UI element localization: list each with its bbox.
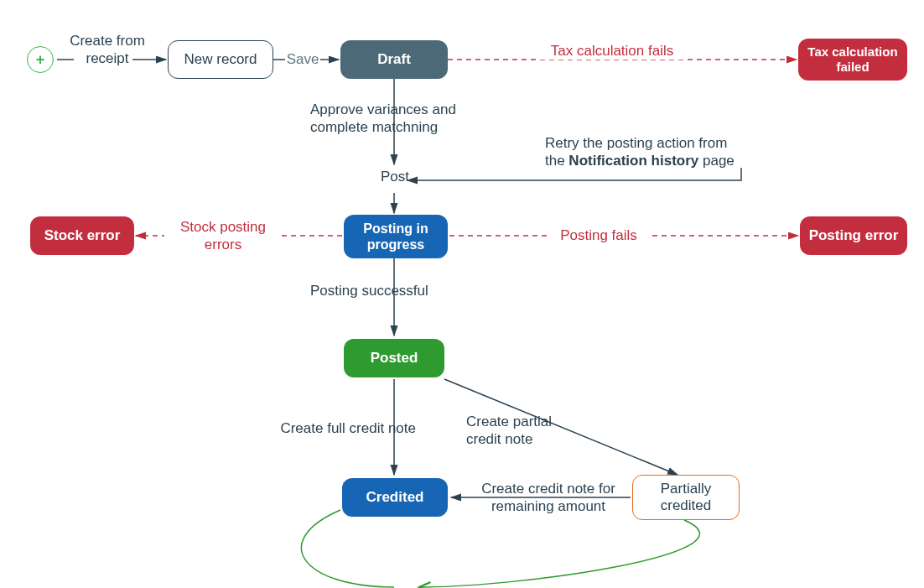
edge-green-right: [419, 520, 699, 587]
label-retry-line2-pre: the: [545, 153, 568, 169]
label-posting-successful: Posting successful: [310, 282, 478, 299]
node-posting-error: Posting error: [800, 216, 907, 255]
label-create-full-credit: Create full credit note: [248, 419, 416, 437]
label-retry: Retry the posting action from the Notifi…: [545, 134, 763, 170]
label-retry-line2-bold: Notification history: [568, 153, 698, 169]
node-draft: Draft: [340, 40, 448, 79]
create-icon: +: [27, 46, 54, 73]
node-posted: Posted: [344, 339, 444, 377]
node-posting-progress: Posting in progress: [344, 215, 448, 258]
label-save: Save: [282, 50, 324, 68]
node-new-record: New record: [168, 40, 273, 79]
label-tax-calc-fails: Tax calculation fails: [537, 42, 688, 60]
label-create-partial-credit: Create partial credit note: [466, 413, 584, 449]
node-credited: Credited: [342, 478, 448, 517]
label-retry-line1: Retry the posting action from: [545, 135, 727, 151]
edge-green-left: [301, 510, 394, 587]
label-approve-variances: Approve variances and complete matchning: [310, 101, 495, 137]
label-posting-fails: Posting fails: [548, 226, 649, 244]
workflow-diagram: + Create from receipt New record Save Dr…: [0, 0, 924, 588]
node-stock-error: Stock error: [30, 216, 134, 255]
node-tax-fail: Tax calculation failed: [798, 39, 907, 81]
label-create-remaining: Create credit note for remaining amount: [465, 480, 632, 516]
label-stock-posting-errors: Stock posting errors: [164, 218, 282, 254]
node-partially-credited: Partially credited: [632, 475, 740, 520]
label-create-from-receipt: Create from receipt: [65, 32, 149, 68]
label-post: Post: [374, 168, 416, 185]
label-retry-line2-post: page: [698, 153, 735, 169]
